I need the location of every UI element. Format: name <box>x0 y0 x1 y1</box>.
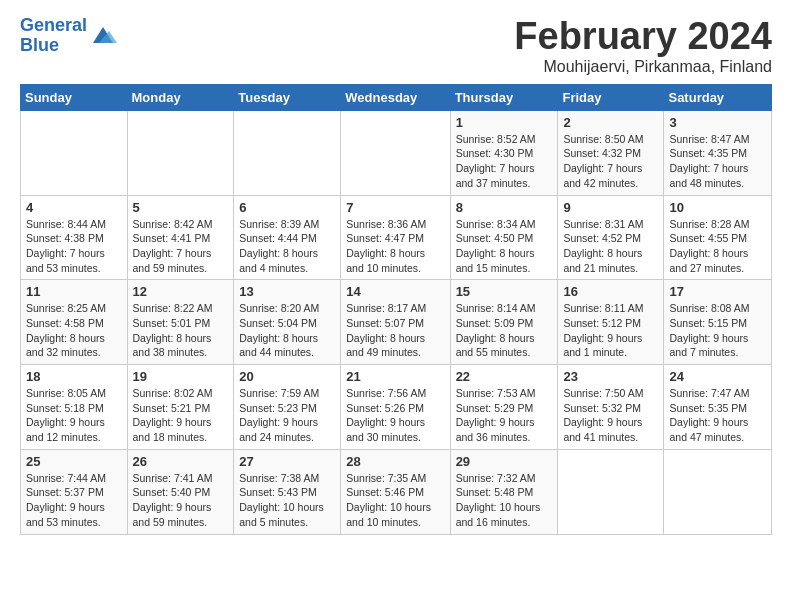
day-info: Sunrise: 7:32 AMSunset: 5:48 PMDaylight:… <box>456 471 553 530</box>
day-cell: 13Sunrise: 8:20 AMSunset: 5:04 PMDayligh… <box>234 280 341 365</box>
day-number: 6 <box>239 200 335 215</box>
week-row-3: 11Sunrise: 8:25 AMSunset: 4:58 PMDayligh… <box>21 280 772 365</box>
header-sunday: Sunday <box>21 84 128 110</box>
day-cell <box>127 110 234 195</box>
day-info: Sunrise: 8:22 AMSunset: 5:01 PMDaylight:… <box>133 301 229 360</box>
day-number: 9 <box>563 200 658 215</box>
day-cell: 7Sunrise: 8:36 AMSunset: 4:47 PMDaylight… <box>341 195 450 280</box>
day-number: 2 <box>563 115 658 130</box>
day-number: 13 <box>239 284 335 299</box>
day-number: 15 <box>456 284 553 299</box>
header-thursday: Thursday <box>450 84 558 110</box>
day-number: 23 <box>563 369 658 384</box>
header-saturday: Saturday <box>664 84 772 110</box>
day-info: Sunrise: 8:08 AMSunset: 5:15 PMDaylight:… <box>669 301 766 360</box>
logo: General Blue <box>20 16 117 56</box>
day-info: Sunrise: 7:50 AMSunset: 5:32 PMDaylight:… <box>563 386 658 445</box>
logo-icon <box>89 25 117 47</box>
header-monday: Monday <box>127 84 234 110</box>
header-tuesday: Tuesday <box>234 84 341 110</box>
day-cell: 12Sunrise: 8:22 AMSunset: 5:01 PMDayligh… <box>127 280 234 365</box>
calendar-table: SundayMondayTuesdayWednesdayThursdayFrid… <box>20 84 772 535</box>
day-info: Sunrise: 8:20 AMSunset: 5:04 PMDaylight:… <box>239 301 335 360</box>
header-row: SundayMondayTuesdayWednesdayThursdayFrid… <box>21 84 772 110</box>
logo-text: General Blue <box>20 16 87 56</box>
day-number: 20 <box>239 369 335 384</box>
day-cell: 11Sunrise: 8:25 AMSunset: 4:58 PMDayligh… <box>21 280 128 365</box>
day-cell: 3Sunrise: 8:47 AMSunset: 4:35 PMDaylight… <box>664 110 772 195</box>
page-header: General Blue February 2024 Mouhijaervi, … <box>20 16 772 76</box>
day-info: Sunrise: 8:17 AMSunset: 5:07 PMDaylight:… <box>346 301 444 360</box>
day-info: Sunrise: 7:59 AMSunset: 5:23 PMDaylight:… <box>239 386 335 445</box>
day-cell <box>21 110 128 195</box>
title-area: February 2024 Mouhijaervi, Pirkanmaa, Fi… <box>514 16 772 76</box>
day-cell: 20Sunrise: 7:59 AMSunset: 5:23 PMDayligh… <box>234 365 341 450</box>
day-cell: 16Sunrise: 8:11 AMSunset: 5:12 PMDayligh… <box>558 280 664 365</box>
day-cell: 5Sunrise: 8:42 AMSunset: 4:41 PMDaylight… <box>127 195 234 280</box>
day-number: 4 <box>26 200 122 215</box>
day-number: 14 <box>346 284 444 299</box>
day-info: Sunrise: 8:47 AMSunset: 4:35 PMDaylight:… <box>669 132 766 191</box>
day-cell: 6Sunrise: 8:39 AMSunset: 4:44 PMDaylight… <box>234 195 341 280</box>
day-cell: 8Sunrise: 8:34 AMSunset: 4:50 PMDaylight… <box>450 195 558 280</box>
day-cell: 26Sunrise: 7:41 AMSunset: 5:40 PMDayligh… <box>127 449 234 534</box>
day-cell: 29Sunrise: 7:32 AMSunset: 5:48 PMDayligh… <box>450 449 558 534</box>
week-row-4: 18Sunrise: 8:05 AMSunset: 5:18 PMDayligh… <box>21 365 772 450</box>
day-cell <box>558 449 664 534</box>
day-cell: 18Sunrise: 8:05 AMSunset: 5:18 PMDayligh… <box>21 365 128 450</box>
day-cell: 10Sunrise: 8:28 AMSunset: 4:55 PMDayligh… <box>664 195 772 280</box>
day-number: 19 <box>133 369 229 384</box>
day-cell <box>664 449 772 534</box>
day-number: 12 <box>133 284 229 299</box>
day-info: Sunrise: 8:05 AMSunset: 5:18 PMDaylight:… <box>26 386 122 445</box>
day-info: Sunrise: 8:52 AMSunset: 4:30 PMDaylight:… <box>456 132 553 191</box>
day-number: 3 <box>669 115 766 130</box>
day-info: Sunrise: 7:38 AMSunset: 5:43 PMDaylight:… <box>239 471 335 530</box>
day-number: 18 <box>26 369 122 384</box>
calendar-subtitle: Mouhijaervi, Pirkanmaa, Finland <box>514 58 772 76</box>
day-cell: 1Sunrise: 8:52 AMSunset: 4:30 PMDaylight… <box>450 110 558 195</box>
day-cell: 17Sunrise: 8:08 AMSunset: 5:15 PMDayligh… <box>664 280 772 365</box>
day-number: 11 <box>26 284 122 299</box>
day-info: Sunrise: 7:35 AMSunset: 5:46 PMDaylight:… <box>346 471 444 530</box>
day-number: 29 <box>456 454 553 469</box>
calendar-title: February 2024 <box>514 16 772 58</box>
day-number: 8 <box>456 200 553 215</box>
day-info: Sunrise: 7:47 AMSunset: 5:35 PMDaylight:… <box>669 386 766 445</box>
day-info: Sunrise: 8:02 AMSunset: 5:21 PMDaylight:… <box>133 386 229 445</box>
day-cell: 21Sunrise: 7:56 AMSunset: 5:26 PMDayligh… <box>341 365 450 450</box>
day-number: 21 <box>346 369 444 384</box>
day-info: Sunrise: 8:28 AMSunset: 4:55 PMDaylight:… <box>669 217 766 276</box>
day-number: 25 <box>26 454 122 469</box>
day-cell: 14Sunrise: 8:17 AMSunset: 5:07 PMDayligh… <box>341 280 450 365</box>
day-number: 22 <box>456 369 553 384</box>
day-cell: 15Sunrise: 8:14 AMSunset: 5:09 PMDayligh… <box>450 280 558 365</box>
day-cell <box>234 110 341 195</box>
day-info: Sunrise: 8:14 AMSunset: 5:09 PMDaylight:… <box>456 301 553 360</box>
calendar-header: SundayMondayTuesdayWednesdayThursdayFrid… <box>21 84 772 110</box>
day-info: Sunrise: 8:31 AMSunset: 4:52 PMDaylight:… <box>563 217 658 276</box>
day-cell: 23Sunrise: 7:50 AMSunset: 5:32 PMDayligh… <box>558 365 664 450</box>
day-number: 5 <box>133 200 229 215</box>
day-cell: 28Sunrise: 7:35 AMSunset: 5:46 PMDayligh… <box>341 449 450 534</box>
day-info: Sunrise: 7:53 AMSunset: 5:29 PMDaylight:… <box>456 386 553 445</box>
day-info: Sunrise: 8:39 AMSunset: 4:44 PMDaylight:… <box>239 217 335 276</box>
day-number: 16 <box>563 284 658 299</box>
day-number: 28 <box>346 454 444 469</box>
day-info: Sunrise: 7:44 AMSunset: 5:37 PMDaylight:… <box>26 471 122 530</box>
day-cell: 24Sunrise: 7:47 AMSunset: 5:35 PMDayligh… <box>664 365 772 450</box>
week-row-2: 4Sunrise: 8:44 AMSunset: 4:38 PMDaylight… <box>21 195 772 280</box>
day-info: Sunrise: 8:36 AMSunset: 4:47 PMDaylight:… <box>346 217 444 276</box>
day-cell: 4Sunrise: 8:44 AMSunset: 4:38 PMDaylight… <box>21 195 128 280</box>
day-cell: 19Sunrise: 8:02 AMSunset: 5:21 PMDayligh… <box>127 365 234 450</box>
day-number: 24 <box>669 369 766 384</box>
day-cell: 9Sunrise: 8:31 AMSunset: 4:52 PMDaylight… <box>558 195 664 280</box>
header-friday: Friday <box>558 84 664 110</box>
day-info: Sunrise: 7:41 AMSunset: 5:40 PMDaylight:… <box>133 471 229 530</box>
day-info: Sunrise: 8:11 AMSunset: 5:12 PMDaylight:… <box>563 301 658 360</box>
day-info: Sunrise: 8:44 AMSunset: 4:38 PMDaylight:… <box>26 217 122 276</box>
day-number: 7 <box>346 200 444 215</box>
week-row-5: 25Sunrise: 7:44 AMSunset: 5:37 PMDayligh… <box>21 449 772 534</box>
day-info: Sunrise: 8:34 AMSunset: 4:50 PMDaylight:… <box>456 217 553 276</box>
day-number: 27 <box>239 454 335 469</box>
